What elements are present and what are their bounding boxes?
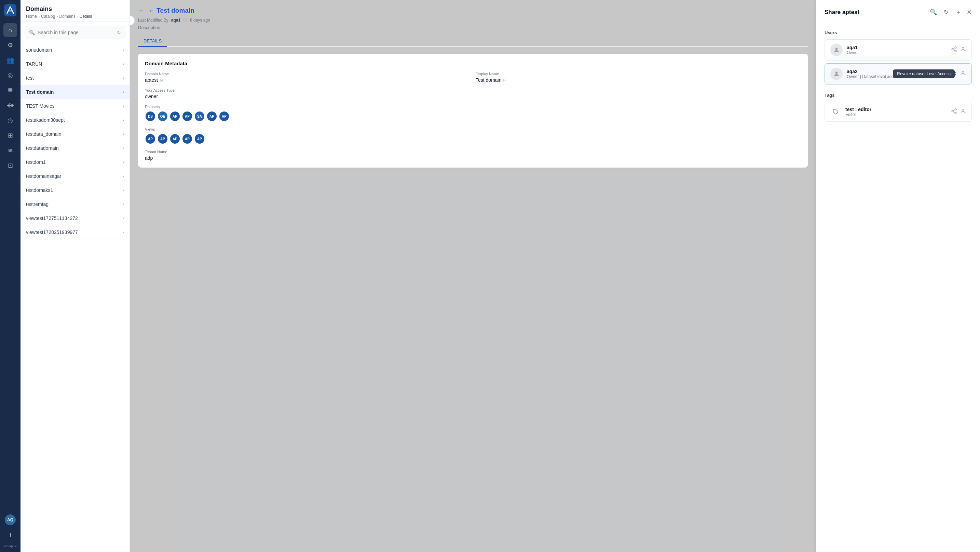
refresh-icon[interactable]: ↻ bbox=[117, 30, 121, 35]
add-share-icon[interactable]: ＋ bbox=[954, 7, 963, 18]
nav-grid-icon[interactable]: ⊞ bbox=[3, 129, 17, 142]
dataset-avatar-ap1[interactable]: AP bbox=[170, 111, 180, 122]
copy-domain-name-icon[interactable]: ⎘ bbox=[160, 78, 163, 83]
dataset-avatar-ds[interactable]: DS bbox=[145, 111, 156, 122]
domain-item-testdata-domain[interactable]: testdata_domain › bbox=[21, 127, 129, 141]
chevron-icon: › bbox=[123, 160, 124, 164]
search-share-icon[interactable]: 🔍 bbox=[928, 7, 938, 17]
user-avatar-aqa1 bbox=[830, 44, 843, 56]
close-share-panel-button[interactable]: ✕ bbox=[967, 8, 972, 16]
user-role-aqa2: Owner | Dataset level access bbox=[847, 74, 948, 79]
share-panel: Share aptest 🔍 ↻ ＋ ✕ Users aqa1 Owner bbox=[816, 0, 980, 552]
view-avatar-ap1[interactable]: AP bbox=[145, 133, 156, 144]
domain-item-viewtest1[interactable]: viewtest1727511134272 › bbox=[21, 211, 129, 225]
domain-item-test-domain[interactable]: Test domain › bbox=[21, 85, 129, 99]
svg-point-4 bbox=[951, 49, 953, 50]
domain-item-testdomaks1[interactable]: testdomaks1 › bbox=[21, 183, 129, 197]
datasets-field: Datasets DS QE AP AP SA AP AP bbox=[145, 105, 801, 122]
left-header: Domains Home › Catalog › Domains › Detai… bbox=[21, 0, 129, 22]
chevron-icon: › bbox=[123, 132, 124, 136]
user-name-aqa1: aqa1 bbox=[847, 45, 947, 50]
nav-people-icon[interactable]: 👥 bbox=[3, 53, 17, 67]
search-icon: 🔍 bbox=[29, 30, 35, 35]
copy-display-name-icon[interactable]: ⎘ bbox=[503, 78, 506, 83]
dataset-avatar-qe[interactable]: QE bbox=[157, 111, 168, 122]
user-row-aqa2: aqa2 Owner | Dataset level access ✕ bbox=[824, 63, 972, 85]
app-logo bbox=[4, 4, 16, 16]
svg-line-17 bbox=[953, 112, 955, 113]
breadcrumb-domains[interactable]: Domains bbox=[59, 14, 75, 19]
nav-info-icon[interactable]: ℹ bbox=[3, 528, 17, 542]
manage-tag-icon[interactable] bbox=[960, 108, 966, 116]
share-user-aqa1-icon[interactable] bbox=[951, 46, 957, 54]
dataset-avatar-ap3[interactable]: AP bbox=[207, 111, 217, 122]
domain-item-sonudomain[interactable]: sonudomain › bbox=[21, 43, 129, 57]
domain-item-viewtest2[interactable]: viewtest1728251939977 › bbox=[21, 225, 129, 239]
nav-briefcase-icon[interactable]: ⊡ bbox=[3, 159, 17, 172]
metadata-card: Domain Metadata Domain Name aptest ⎘ Dis… bbox=[138, 54, 808, 168]
display-name-label: Display Name bbox=[476, 72, 801, 76]
domain-item-test-movies[interactable]: TEST Movies › bbox=[21, 99, 129, 113]
display-name-value: Test domain ⎘ bbox=[476, 77, 801, 83]
svg-point-5 bbox=[955, 50, 956, 52]
nav-database-icon[interactable] bbox=[3, 83, 17, 97]
main-content: ‹ ← ← Test domain Last Modified By aqa1 … bbox=[130, 0, 816, 552]
dataset-avatar-ap2[interactable]: AP bbox=[182, 111, 193, 122]
chevron-icon: › bbox=[123, 89, 124, 94]
search-input[interactable] bbox=[38, 30, 114, 35]
domain-item-testdomainsagar[interactable]: testdomainsagar › bbox=[21, 169, 129, 183]
tabs: DETAILS bbox=[138, 35, 808, 47]
nav-clock-icon[interactable]: ◷ bbox=[3, 113, 17, 127]
refresh-share-icon[interactable]: ↻ bbox=[942, 7, 950, 17]
domain-item-testaksdom[interactable]: testaksdom30sept › bbox=[21, 113, 129, 127]
domain-item-test[interactable]: test › bbox=[21, 71, 129, 85]
svg-line-18 bbox=[953, 110, 955, 111]
datasets-avatar-group: DS QE AP AP SA AP AP bbox=[145, 111, 801, 122]
svg-point-2 bbox=[835, 48, 838, 50]
breadcrumb-home[interactable]: Home bbox=[26, 14, 37, 19]
tenant-name-field: Tenant Name adp bbox=[145, 150, 801, 161]
page-title: ← Test domain bbox=[148, 7, 194, 14]
chevron-icon: › bbox=[123, 216, 124, 220]
svg-point-8 bbox=[962, 47, 964, 49]
domain-item-testdatadomain[interactable]: testdatadomain › bbox=[21, 141, 129, 155]
user-role-aqa1: Owner bbox=[847, 50, 947, 55]
user-avatar[interactable]: AQ bbox=[5, 514, 16, 525]
breadcrumb-catalog[interactable]: Catalog bbox=[41, 14, 55, 19]
svg-point-11 bbox=[962, 71, 964, 73]
modified-by: aqa1 bbox=[171, 18, 180, 22]
share-tag-icon[interactable] bbox=[951, 108, 957, 116]
tags-section-label: Tags bbox=[824, 93, 972, 98]
view-avatar-ap4[interactable]: AP bbox=[182, 133, 193, 144]
svg-point-15 bbox=[951, 110, 953, 112]
nav-home-icon[interactable]: ⌂ bbox=[3, 23, 17, 37]
manage-user-aqa2-icon[interactable] bbox=[960, 70, 966, 78]
domain-item-tarun[interactable]: TARUN › bbox=[21, 57, 129, 71]
view-avatar-ap2[interactable]: AP bbox=[157, 133, 168, 144]
tenant-name-label: Tenant Name bbox=[145, 150, 801, 154]
app-name-label: Amorphic bbox=[4, 544, 17, 548]
dataset-avatar-sa[interactable]: SA bbox=[194, 111, 205, 122]
user-row-aqa1: aqa1 Owner bbox=[824, 39, 972, 61]
tag-row-test-editor: test : editor Editor bbox=[824, 102, 972, 122]
nav-waves-icon[interactable]: ≋ bbox=[3, 144, 17, 157]
datasets-label: Datasets bbox=[145, 105, 801, 109]
nav-filter-icon[interactable]: ⚙ bbox=[3, 38, 17, 52]
domain-item-testremtag[interactable]: testremtag › bbox=[21, 197, 129, 211]
view-avatar-ap5[interactable]: AP bbox=[194, 133, 205, 144]
nav-pipeline-icon[interactable]: ⟴ bbox=[3, 99, 17, 112]
views-label: Views bbox=[145, 127, 801, 131]
panel-title: Domains bbox=[26, 5, 124, 13]
back-button[interactable]: ← bbox=[138, 7, 144, 14]
breadcrumb-current: Details bbox=[80, 14, 92, 19]
domain-item-testdom1[interactable]: testdom1 › bbox=[21, 155, 129, 169]
tenant-name-value: adp bbox=[145, 155, 801, 161]
nav-target-icon[interactable]: ◎ bbox=[3, 69, 17, 82]
view-avatar-ap3[interactable]: AP bbox=[170, 133, 180, 144]
tab-details[interactable]: DETAILS bbox=[138, 35, 167, 47]
dataset-avatar-ap4[interactable]: AP bbox=[219, 111, 230, 122]
revoke-access-aqa2-button[interactable]: ✕ bbox=[952, 70, 957, 78]
manage-user-aqa1-icon[interactable] bbox=[960, 46, 966, 54]
chevron-icon: › bbox=[123, 104, 124, 108]
meta-row: Last Modified By aqa1 ⓘ 8 days ago bbox=[138, 17, 808, 23]
